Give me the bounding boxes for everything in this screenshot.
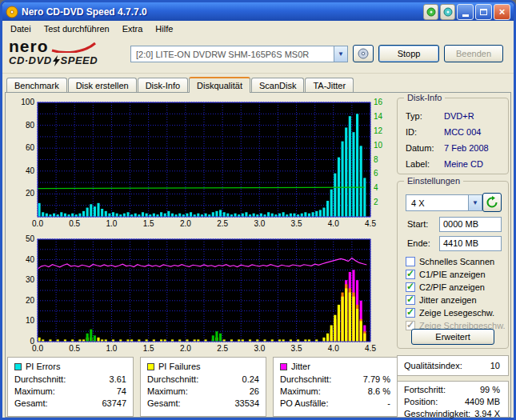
menu-item-test-durchfuehren[interactable]: Test durchführen (38, 22, 116, 35)
lightning-bolt-icon (53, 55, 60, 66)
eject-button[interactable] (353, 45, 374, 62)
svg-text:20: 20 (26, 189, 35, 198)
stat-label: Durchschnitt: (14, 374, 66, 384)
pi-errors-panel: PI Errors Durchschnitt:3.61 Maximum:74 G… (7, 357, 134, 417)
svg-text:2.5: 2.5 (217, 219, 228, 228)
disc-icon (358, 48, 369, 59)
disk-info-panel: Disk-Info Typ: DVD+R ID: MCC 004 Datum: … (397, 98, 509, 174)
checkbox-label: Zeige Lesegeschw. (419, 308, 494, 318)
checkbox-zeige-lesegeschw[interactable]: Zeige Lesegeschw. (406, 306, 494, 318)
svg-text:50: 50 (26, 234, 35, 243)
stat-value: 26 (250, 386, 259, 396)
pif-color-swatch (147, 363, 154, 370)
stat-value: 33534 (234, 398, 259, 408)
svg-text:3.0: 3.0 (254, 344, 265, 353)
close-icon: × (499, 6, 506, 17)
svg-text:0.5: 0.5 (69, 219, 80, 228)
panel-title: PI Failures (158, 362, 201, 371)
checkbox-schnelles-scannen[interactable]: Schnelles Scannen (406, 255, 494, 267)
minimize-button[interactable] (457, 4, 474, 20)
tab-diskqualitaet[interactable]: Diskqualität (189, 77, 250, 93)
svg-text:8: 8 (374, 155, 378, 164)
tab-disk-info[interactable]: Disk-Info (138, 78, 188, 92)
stat-value: 3.61 (110, 374, 126, 384)
svg-text:12: 12 (374, 126, 383, 135)
chevron-down-icon[interactable]: ▼ (468, 195, 482, 210)
position-label: Position: (404, 397, 438, 406)
window-title: Nero CD-DVD Speed 4.7.7.0 (22, 6, 422, 18)
svg-text:100: 100 (21, 98, 34, 106)
refresh-button[interactable] (482, 193, 502, 212)
checkbox-jitter[interactable]: Jitter anzeigen (406, 294, 477, 306)
nero-logo: nero CD·DVD SPEED (9, 38, 129, 66)
pie-color-swatch (14, 363, 22, 370)
stat-label: Gesamt: (14, 398, 48, 408)
svg-text:1.5: 1.5 (143, 219, 154, 228)
position-value: 4409 MB (465, 397, 500, 406)
tab-ta-jitter[interactable]: TA-Jitter (305, 78, 354, 92)
svg-text:1.0: 1.0 (106, 219, 117, 228)
checkbox-box (406, 282, 415, 292)
svg-text:16: 16 (374, 98, 383, 106)
drive-selector[interactable]: [2:0] LITE-ON DVDRW SHM-165P6S MS0R ▼ (130, 46, 348, 62)
toolbar: nero CD·DVD SPEED [2:0] LITE-ON DVDRW SH… (2, 37, 514, 74)
stop-button[interactable]: Stopp (378, 45, 439, 62)
start-label: Start: (407, 219, 428, 229)
menu-item-hilfe[interactable]: Hilfe (149, 22, 179, 35)
titlebar-disc-icon-1[interactable] (423, 4, 438, 20)
progress-label: Fortschritt: (404, 385, 446, 394)
jitter-color-swatch (280, 363, 287, 370)
stat-value: 7.79 % (363, 374, 390, 384)
menu-item-datei[interactable]: Datei (4, 22, 38, 35)
advanced-button[interactable]: Erweitert (411, 329, 494, 345)
pi-errors-header: PI Errors (14, 362, 126, 371)
checkbox-box (406, 295, 415, 305)
end-field[interactable]: 4410 MB (439, 236, 502, 251)
svg-text:0.0: 0.0 (32, 344, 43, 353)
svg-text:4.5: 4.5 (365, 219, 376, 228)
info-label: Label: (406, 159, 430, 169)
speed-value: 4 X (406, 198, 468, 208)
checkbox-c1-pie[interactable]: C1/PIE anzeigen (406, 268, 486, 280)
titlebar: Nero CD-DVD Speed 4.7.7.0 × (2, 2, 514, 21)
info-label: Datum: (406, 143, 434, 153)
app-window: Nero CD-DVD Speed 4.7.7.0 × Datei Test d… (0, 0, 516, 420)
settings-title: Einstellungen (404, 176, 463, 186)
svg-text:40: 40 (26, 166, 35, 175)
nero-swoosh-icon (50, 42, 97, 53)
titlebar-disc-icon-2[interactable] (440, 4, 455, 20)
info-value: MCC 004 (444, 127, 481, 137)
speed-wordmark: SPEED (61, 54, 98, 66)
close-button[interactable]: × (494, 4, 510, 20)
svg-text:4.5: 4.5 (365, 344, 376, 353)
stat-label: Maximum: (280, 386, 321, 396)
svg-text:6: 6 (374, 169, 378, 178)
tabstrip: Benchmark Disk erstellen Disk-Info Diskq… (5, 75, 511, 92)
tab-disk-erstellen[interactable]: Disk erstellen (68, 78, 137, 92)
tab-scandisk[interactable]: ScanDisk (251, 78, 304, 92)
chevron-down-icon[interactable]: ▼ (334, 46, 347, 62)
quality-index-box: Qualitätsindex: 10 (397, 355, 509, 376)
panel-title: Jitter (291, 362, 310, 371)
speed-selector[interactable]: 4 X ▼ (406, 194, 482, 211)
start-field[interactable]: 0000 MB (439, 217, 502, 232)
stat-label: Durchschnitt: (147, 374, 198, 384)
exit-button[interactable]: Beenden (444, 45, 503, 62)
svg-text:4: 4 (374, 183, 378, 192)
progress-value: 99 % (480, 385, 500, 394)
tab-benchmark[interactable]: Benchmark (6, 78, 67, 92)
checkbox-c2-pif[interactable]: C2/PIF anzeigen (406, 281, 485, 293)
svg-text:10: 10 (374, 141, 383, 150)
checkbox-label: Jitter anzeigen (419, 295, 477, 305)
svg-text:1.5: 1.5 (143, 344, 154, 353)
svg-text:14: 14 (374, 112, 383, 121)
maximize-button[interactable] (475, 4, 492, 20)
refresh-icon (486, 196, 498, 209)
menu-item-extra[interactable]: Extra (116, 22, 150, 35)
stat-label: Maximum: (14, 386, 55, 396)
stat-value: 74 (117, 386, 126, 396)
info-value: 7 Feb 2008 (444, 143, 489, 153)
info-label: ID: (406, 127, 417, 137)
svg-text:2.5: 2.5 (217, 344, 228, 353)
drive-selector-value: [2:0] LITE-ON DVDRW SHM-165P6S MS0R (131, 50, 334, 59)
